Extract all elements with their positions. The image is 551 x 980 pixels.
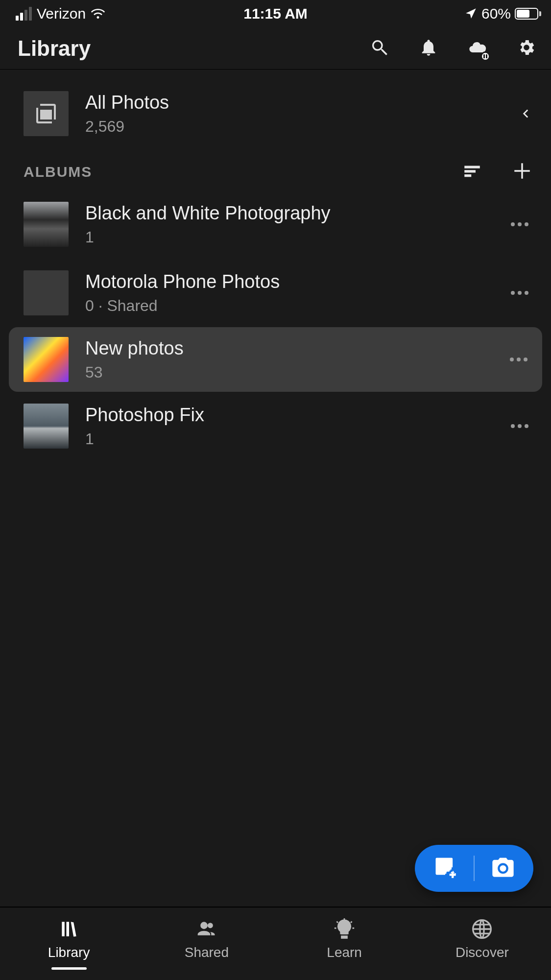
- album-thumb: [24, 270, 69, 315]
- all-photos-thumb: [24, 91, 69, 136]
- chevron-left-icon: [517, 105, 533, 122]
- clock: 11:15 AM: [243, 5, 308, 22]
- album-row[interactable]: Motorola Phone Photos 0 · Shared: [0, 259, 551, 327]
- album-title: Black and White Photography: [85, 202, 506, 225]
- status-right: 60%: [465, 5, 541, 22]
- search-icon: [370, 38, 389, 57]
- tab-label: Discover: [455, 945, 509, 960]
- album-row-selected[interactable]: New photos 53: [9, 327, 542, 392]
- album-title: Photoshop Fix: [85, 404, 506, 427]
- location-icon: [465, 7, 478, 20]
- status-left: Verizon: [16, 5, 105, 22]
- album-thumb: [24, 202, 69, 247]
- lightbulb-icon: [334, 918, 355, 940]
- gear-icon: [517, 38, 536, 57]
- add-photos-fab: [415, 845, 533, 892]
- bell-icon: [419, 38, 438, 57]
- settings-button[interactable]: [517, 38, 536, 59]
- album-more-button[interactable]: [506, 287, 533, 299]
- all-photos-chevron[interactable]: [517, 105, 533, 122]
- tab-label: Library: [48, 945, 90, 960]
- sort-icon: [462, 161, 482, 181]
- tab-underline: [51, 967, 87, 970]
- tab-bar: Library Shared Learn Discover: [0, 907, 551, 980]
- wifi-icon: [91, 6, 105, 21]
- signal-icon: [16, 7, 32, 21]
- capture-camera-button[interactable]: [490, 855, 516, 882]
- album-more-button[interactable]: [506, 420, 533, 432]
- image-stack-icon: [34, 102, 58, 125]
- albums-section-header: ALBUMS: [0, 154, 551, 190]
- cloud-sync-button[interactable]: [468, 38, 487, 59]
- tab-discover[interactable]: Discover: [413, 908, 551, 980]
- album-subtitle: 1: [85, 228, 506, 246]
- battery-icon: [515, 8, 541, 20]
- albums-section-title: ALBUMS: [24, 164, 92, 180]
- all-photos-count: 2,569: [85, 118, 517, 136]
- sort-button[interactable]: [462, 161, 482, 183]
- camera-icon: [490, 855, 516, 880]
- album-row[interactable]: Black and White Photography 1: [0, 190, 551, 259]
- tab-learn[interactable]: Learn: [276, 908, 413, 980]
- album-row[interactable]: Photoshop Fix 1: [0, 392, 551, 460]
- album-more-button[interactable]: [506, 218, 533, 230]
- album-subtitle: 1: [85, 430, 506, 448]
- album-title: New photos: [85, 337, 505, 360]
- battery-pct: 60%: [481, 5, 511, 22]
- album-title: Motorola Phone Photos: [85, 271, 506, 293]
- tab-label: Learn: [327, 945, 362, 960]
- app-header: Library: [0, 27, 551, 70]
- globe-icon: [471, 918, 493, 940]
- album-subtitle: 53: [85, 363, 505, 382]
- add-album-button[interactable]: [512, 161, 532, 183]
- album-thumb: [24, 404, 69, 449]
- all-photos-title: All Photos: [85, 92, 517, 114]
- tab-shared[interactable]: Shared: [138, 908, 275, 980]
- album-more-button[interactable]: [505, 354, 532, 365]
- page-title: Library: [18, 36, 91, 61]
- pause-badge-icon: [480, 51, 490, 61]
- search-button[interactable]: [370, 38, 389, 59]
- import-from-gallery-button[interactable]: [432, 855, 458, 882]
- people-icon: [196, 918, 217, 940]
- library-icon: [58, 918, 80, 940]
- tab-library[interactable]: Library: [0, 908, 138, 980]
- tab-label: Shared: [185, 945, 229, 960]
- album-subtitle: 0 · Shared: [85, 297, 506, 315]
- all-photos-row[interactable]: All Photos 2,569: [0, 70, 551, 154]
- status-bar: Verizon 11:15 AM 60%: [0, 0, 551, 27]
- plus-icon: [512, 161, 532, 181]
- album-thumb: [24, 337, 69, 382]
- image-plus-icon: [432, 855, 458, 880]
- notifications-button[interactable]: [419, 38, 438, 59]
- carrier-label: Verizon: [37, 5, 86, 22]
- fab-divider: [474, 856, 475, 881]
